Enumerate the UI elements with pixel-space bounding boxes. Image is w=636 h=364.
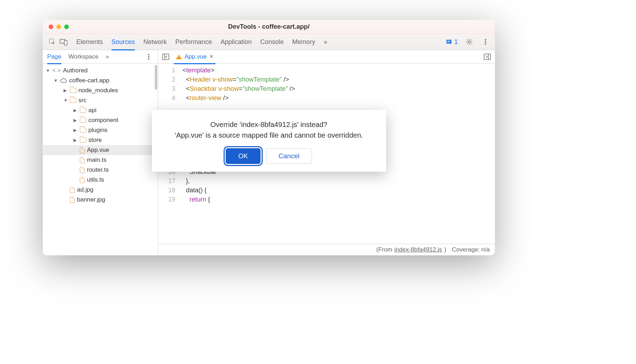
tree-label: node_modules <box>78 87 118 94</box>
source-from-suffix: ) <box>444 246 446 253</box>
tree-label: App.vue <box>87 147 109 154</box>
source-from-prefix: (From <box>376 246 392 253</box>
tab-network[interactable]: Network <box>143 35 167 49</box>
window-title: DevTools - coffee-cart.app/ <box>228 23 310 31</box>
svg-point-8 <box>485 41 486 43</box>
subtab-page[interactable]: Page <box>47 50 61 64</box>
window-controls <box>49 24 69 29</box>
settings-icon[interactable] <box>464 37 474 47</box>
tree-scrollbar[interactable] <box>155 65 157 90</box>
tree-folder-src[interactable]: ▼src <box>43 95 158 105</box>
navigator-pane: Page Workspace » ▼< >Authored ▼coffee-ca… <box>43 50 158 255</box>
override-dialog: Override ‘index-8bfa4912.js’ instead? ‘A… <box>152 110 386 172</box>
cancel-button[interactable]: Cancel <box>266 148 312 164</box>
tree-label: store <box>88 137 102 144</box>
file-icon <box>80 147 85 153</box>
subtab-workspace[interactable]: Workspace <box>68 50 99 63</box>
tree-file-router-ts[interactable]: router.ts <box>43 165 158 175</box>
folder-icon <box>70 98 76 103</box>
tree-folder-api[interactable]: ▶api <box>43 105 158 115</box>
devtools-window: DevTools - coffee-cart.app/ Elements Sou… <box>43 20 495 255</box>
tree-label: src <box>78 97 87 104</box>
tree-label: router.ts <box>87 166 109 173</box>
panel-tabs: Elements Sources Network Performance App… <box>76 35 444 49</box>
tree-label: utils.ts <box>87 176 104 183</box>
file-icon <box>80 167 85 173</box>
svg-point-7 <box>485 39 486 40</box>
issues-count: 1 <box>454 38 458 46</box>
tree-label: main.ts <box>87 156 106 164</box>
tree-label: banner.jpg <box>77 196 105 203</box>
file-icon <box>70 187 75 193</box>
tree-file-utils-ts[interactable]: utils.ts <box>43 175 158 185</box>
folder-icon <box>80 138 86 143</box>
tree-folder-plugins[interactable]: ▶plugins <box>43 125 158 135</box>
tabs-overflow[interactable]: » <box>324 35 327 49</box>
folder-icon <box>80 108 86 113</box>
tab-console[interactable]: Console <box>260 35 284 49</box>
svg-point-6 <box>468 41 470 43</box>
file-icon <box>80 177 85 183</box>
close-window-button[interactable] <box>49 24 53 29</box>
ok-button[interactable]: OK <box>226 148 260 164</box>
titlebar: DevTools - coffee-cart.app/ <box>43 20 495 34</box>
dialog-line-2: ‘App.vue’ is a source mapped file and ca… <box>160 130 378 140</box>
tab-sources[interactable]: Sources <box>111 35 135 50</box>
editor-statusbar: (From index-8bfa4912.js) Coverage: n/a <box>158 244 495 255</box>
zoom-window-button[interactable] <box>64 24 69 29</box>
svg-rect-4 <box>447 41 451 42</box>
file-tree[interactable]: ▼< >Authored ▼coffee-cart.app ▶node_modu… <box>43 64 158 255</box>
issues-button[interactable]: 1 <box>446 38 458 46</box>
tab-elements[interactable]: Elements <box>76 35 103 49</box>
file-icon <box>70 197 75 203</box>
source-from-link[interactable]: index-8bfa4912.js <box>394 246 442 253</box>
close-tab-icon[interactable]: × <box>209 53 213 60</box>
tree-label: ad.jpg <box>77 186 93 193</box>
tree-label: Authored <box>63 67 88 74</box>
subtabs-overflow[interactable]: » <box>105 50 109 63</box>
minimize-window-button[interactable] <box>56 24 61 29</box>
tree-file-banner-jpg[interactable]: banner.jpg <box>43 195 158 205</box>
coverage-text: Coverage: n/a <box>452 246 490 253</box>
folder-icon <box>80 128 86 133</box>
main-toolbar: Elements Sources Network Performance App… <box>43 34 495 50</box>
tab-application[interactable]: Application <box>220 35 252 49</box>
folder-icon <box>70 88 76 93</box>
tree-folder-store[interactable]: ▶store <box>43 135 158 145</box>
svg-point-12 <box>148 58 149 60</box>
warning-icon <box>176 54 182 59</box>
tree-site[interactable]: ▼coffee-cart.app <box>43 76 158 86</box>
tree-file-ad-jpg[interactable]: ad.jpg <box>43 185 158 195</box>
svg-point-10 <box>148 54 149 55</box>
svg-point-9 <box>485 43 486 45</box>
tab-performance[interactable]: Performance <box>175 35 212 49</box>
toggle-debugger-icon[interactable] <box>483 52 492 61</box>
tree-folder-components[interactable]: ▶component <box>43 115 158 125</box>
editor-tab-app-vue[interactable]: App.vue × <box>174 50 215 64</box>
svg-rect-2 <box>64 40 67 45</box>
tree-label: api <box>88 107 97 114</box>
inspect-icon[interactable] <box>47 37 57 47</box>
tree-label: plugins <box>88 127 108 134</box>
tree-label: coffee-cart.app <box>69 77 109 84</box>
editor-tabs: App.vue × <box>158 50 495 64</box>
tab-memory[interactable]: Memory <box>292 35 315 49</box>
device-toggle-icon[interactable] <box>59 37 68 47</box>
toggle-navigator-icon[interactable] <box>161 52 170 61</box>
tree-label: component <box>88 117 118 124</box>
svg-point-11 <box>148 56 149 57</box>
dialog-line-1: Override ‘index-8bfa4912.js’ instead? <box>160 119 378 130</box>
folder-icon <box>80 118 86 123</box>
svg-rect-3 <box>446 40 451 44</box>
file-icon <box>80 157 85 163</box>
tree-file-main-ts[interactable]: main.ts <box>43 155 158 165</box>
tree-root-authored[interactable]: ▼< >Authored <box>43 66 158 76</box>
svg-rect-5 <box>447 42 450 43</box>
navigator-menu-icon[interactable] <box>144 52 154 62</box>
navigator-tabs: Page Workspace » <box>43 50 158 64</box>
editor-tab-label: App.vue <box>185 53 207 60</box>
kebab-menu-icon[interactable] <box>481 37 490 47</box>
tree-folder-node-modules[interactable]: ▶node_modules <box>43 86 158 95</box>
tree-file-app-vue[interactable]: App.vue <box>43 145 158 155</box>
